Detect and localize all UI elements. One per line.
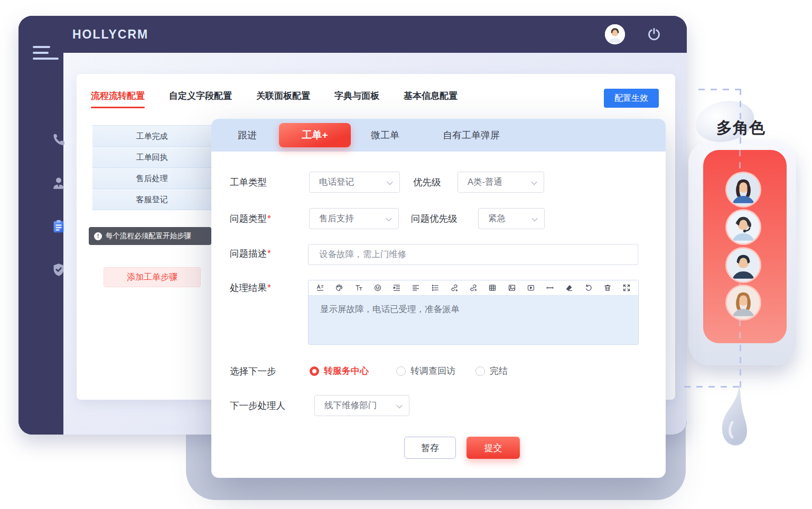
droplet-decoration [716, 381, 749, 457]
field-label-issue-priority: 问题优先级 [411, 212, 458, 225]
apply-config-button[interactable]: 配置生效 [604, 89, 659, 108]
power-icon[interactable] [646, 26, 662, 42]
config-tab-2[interactable]: 关联面板配置 [256, 90, 310, 102]
role-avatar-3[interactable] [725, 247, 761, 283]
table-icon[interactable] [488, 284, 497, 292]
sidebar-item-workorder-clipboard[interactable] [51, 219, 68, 235]
select-workorder-type[interactable]: 电话登记 [309, 172, 400, 193]
tooltip-text: 每个流程必须配置开始步骤 [106, 231, 191, 241]
image-icon[interactable] [508, 284, 516, 292]
radio-next-step-1[interactable]: 转调查回访 [396, 365, 455, 377]
chevron-down-icon [387, 177, 393, 187]
field-label-next-step: 选择下一步 [230, 365, 276, 378]
radio-label: 转服务中心 [324, 365, 369, 377]
rich-text-editor: 显示屏故障，电话已受理，准备派单 [308, 280, 639, 345]
workflow-step-list: 工单完成工单回执售后处理客服登记 [92, 125, 211, 210]
workflow-step-row[interactable]: 工单回执 [92, 147, 211, 168]
field-label-priority: 优先级 [413, 176, 441, 188]
sidebar-item-shield-check[interactable] [51, 262, 68, 279]
fullscreen-icon[interactable] [622, 284, 631, 292]
config-tab-1[interactable]: 自定义字段配置 [169, 90, 232, 102]
indent-icon[interactable] [393, 284, 401, 292]
font-size-icon[interactable] [354, 284, 363, 292]
video-icon[interactable] [527, 284, 535, 292]
role-avatar-card [703, 150, 787, 343]
radio-selected-icon [310, 366, 319, 376]
role-avatar-1[interactable] [725, 172, 761, 208]
chevron-down-icon [531, 177, 537, 187]
workflow-step-row[interactable]: 客服登记 [92, 189, 211, 210]
field-label-issue-type: 问题类型* [230, 212, 271, 225]
radio-next-step-0[interactable]: 转服务中心 [310, 365, 369, 377]
eraser-icon[interactable] [565, 284, 573, 292]
editor-content[interactable]: 显示屏故障，电话已受理，准备派单 [309, 296, 638, 345]
palette-icon[interactable] [335, 284, 343, 292]
field-label-next-handler: 下一步处理人 [230, 399, 285, 412]
config-tab-4[interactable]: 基本信息配置 [404, 90, 458, 102]
radio-label: 完结 [490, 365, 508, 377]
submit-button[interactable]: 提交 [466, 437, 520, 459]
link-add-icon[interactable] [450, 284, 459, 292]
horizontal-rule-icon[interactable] [546, 284, 554, 292]
list-icon[interactable] [431, 284, 440, 292]
sidebar-item-user[interactable] [51, 175, 68, 192]
tab-follow-up[interactable]: 跟进 [238, 119, 257, 152]
text-format-icon[interactable] [316, 284, 324, 292]
flow-warning-tooltip: ! 每个流程必须配置开始步骤 [89, 227, 211, 245]
tab-workorder-active[interactable]: 工单+ [279, 123, 351, 147]
chevron-down-icon [396, 401, 403, 411]
dashed-guide-line [698, 89, 741, 90]
config-tab-3[interactable]: 字典与面板 [334, 90, 379, 102]
sidebar-item-phone[interactable] [51, 132, 68, 149]
tab-micro-workorder[interactable]: 微工单 [371, 119, 399, 152]
radio-unselected-icon [396, 366, 406, 376]
add-step-button[interactable]: 添加工单步骤 [104, 267, 201, 287]
radio-unselected-icon [475, 366, 485, 376]
app-title: HOLLYCRM [72, 16, 148, 53]
emoji-icon[interactable] [374, 284, 382, 292]
workorder-modal: 跟进 工单+ 微工单 自有工单弹屏 工单类型 电话登记 优先级 A类-普通 问题… [211, 119, 666, 478]
chevron-down-icon [386, 214, 392, 224]
user-avatar[interactable] [605, 24, 625, 44]
save-draft-button[interactable]: 暂存 [404, 437, 456, 459]
tab-own-popup[interactable]: 自有工单弹屏 [443, 119, 500, 152]
exclamation-icon: ! [94, 232, 102, 240]
field-label-issue-desc: 问题描述* [230, 247, 271, 260]
config-tabs: 流程流转配置自定义字段配置关联面板配置字典与面板基本信息配置 [91, 90, 458, 102]
workorder-tabbar: 跟进 工单+ 微工单 自有工单弹屏 [211, 119, 666, 152]
multi-role-panel [688, 140, 796, 365]
workflow-step-row[interactable]: 售后处理 [92, 168, 211, 189]
chevron-down-icon [531, 214, 538, 224]
role-avatar-2[interactable] [725, 209, 761, 245]
select-issue-priority[interactable]: 紧急 [478, 208, 545, 229]
align-icon[interactable] [412, 284, 420, 292]
role-avatar-4[interactable] [725, 285, 761, 321]
config-tab-0[interactable]: 流程流转配置 [91, 90, 145, 102]
issue-description-input[interactable]: 设备故障，需上门维修 [308, 244, 638, 265]
screenshot-stage: HOLLYCRM 流程流转配置自定义字段配置关联面板配置字典与面板基本信息配置 … [0, 0, 812, 509]
workflow-step-row[interactable]: 工单完成 [92, 126, 211, 147]
undo-icon[interactable] [584, 284, 593, 292]
multi-role-caption: 多角色 [716, 117, 766, 139]
editor-toolbar [309, 280, 638, 296]
field-label-type: 工单类型 [230, 176, 267, 188]
link-remove-icon[interactable] [469, 284, 478, 292]
radio-next-step-2[interactable]: 完结 [475, 365, 508, 377]
select-priority[interactable]: A类-普通 [458, 172, 544, 193]
radio-label: 转调查回访 [410, 365, 455, 377]
trash-icon[interactable] [603, 284, 612, 292]
field-label-result: 处理结果* [230, 281, 271, 294]
select-issue-type[interactable]: 售后支持 [309, 208, 399, 229]
select-next-handler[interactable]: 线下维修部门 [314, 395, 409, 416]
